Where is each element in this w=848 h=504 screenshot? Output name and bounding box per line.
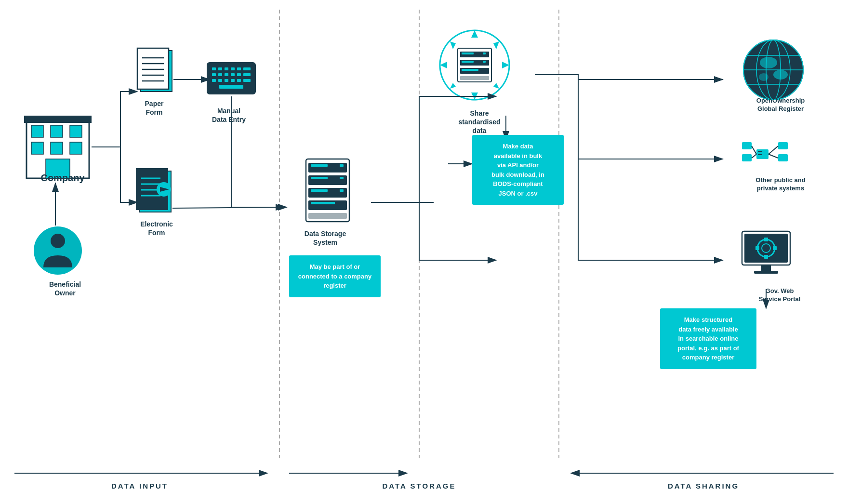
- beneficial-owner-node: BeneficialOwner: [26, 277, 104, 297]
- manual-data-entry-node: ManualData Entry: [200, 104, 258, 124]
- svg-marker-72: [450, 83, 456, 89]
- svg-rect-26: [212, 67, 216, 70]
- svg-point-17: [51, 234, 65, 248]
- svg-line-102: [752, 146, 756, 154]
- beneficial-owner-icon: [34, 226, 82, 275]
- openownership-icon: [743, 40, 803, 100]
- svg-rect-40: [225, 79, 228, 82]
- server-icon: [306, 159, 349, 222]
- svg-rect-29: [231, 67, 235, 70]
- svg-rect-19: [137, 48, 169, 89]
- svg-rect-110: [764, 238, 768, 241]
- electronic-form-icon: [136, 169, 171, 212]
- svg-rect-41: [231, 79, 235, 82]
- svg-line-103: [752, 154, 756, 158]
- svg-rect-84: [460, 76, 489, 80]
- svg-rect-64: [311, 202, 335, 204]
- svg-rect-62: [340, 189, 344, 192]
- svg-rect-43: [243, 79, 251, 82]
- svg-rect-58: [311, 177, 328, 179]
- svg-rect-55: [311, 164, 328, 167]
- svg-point-94: [759, 73, 768, 81]
- paper-form-node: PaperForm: [130, 96, 178, 117]
- svg-rect-101: [778, 154, 788, 161]
- svg-rect-81: [483, 61, 486, 63]
- svg-line-118: [172, 207, 284, 208]
- svg-rect-113: [773, 246, 777, 250]
- svg-rect-28: [225, 67, 228, 70]
- openownership-node: OpenOwnershipGlobal Register: [742, 94, 819, 113]
- svg-rect-31: [243, 67, 251, 70]
- other-systems-icon: [742, 142, 788, 161]
- data-input-label: DATA INPUT: [0, 482, 279, 491]
- svg-line-104: [768, 146, 778, 154]
- svg-rect-9: [51, 125, 63, 137]
- svg-marker-70: [493, 83, 499, 89]
- svg-rect-114: [761, 265, 771, 271]
- gov-portal-node: Gov. WebService Portal: [741, 284, 818, 304]
- electronic-form-node: ElectronicForm: [128, 217, 186, 237]
- svg-rect-30: [237, 67, 241, 70]
- svg-rect-25: [207, 63, 255, 94]
- svg-rect-15: [24, 116, 92, 123]
- keyboard-icon: [207, 63, 255, 94]
- svg-rect-112: [755, 246, 759, 250]
- svg-point-93: [773, 70, 788, 80]
- svg-rect-100: [778, 142, 788, 149]
- svg-rect-13: [70, 142, 82, 154]
- data-sharing-label: DATA SHARING: [559, 482, 848, 491]
- svg-marker-68: [493, 41, 499, 49]
- paper-form-icon: [137, 48, 172, 92]
- diagram-container: Company BeneficialOwner PaperForm Manual…: [0, 0, 848, 504]
- company-register-box: May be part of or connected to a company…: [289, 255, 381, 297]
- data-storage-label: DATA STORAGE: [279, 482, 559, 491]
- svg-marker-74: [450, 41, 456, 49]
- svg-rect-38: [212, 79, 216, 82]
- svg-rect-59: [340, 177, 344, 179]
- svg-line-105: [768, 154, 778, 158]
- other-systems-node: Other public andprivate systems: [742, 173, 819, 193]
- svg-rect-8: [31, 125, 43, 137]
- svg-rect-61: [311, 189, 328, 192]
- svg-rect-12: [51, 142, 63, 154]
- svg-rect-44: [219, 85, 243, 89]
- company-node: Company: [24, 169, 101, 184]
- svg-rect-111: [764, 255, 768, 259]
- svg-rect-56: [340, 164, 344, 167]
- gov-portal-icon: [742, 231, 790, 274]
- svg-rect-37: [243, 73, 251, 76]
- diagram-svg: [0, 0, 848, 504]
- svg-rect-33: [218, 73, 222, 76]
- svg-rect-99: [742, 154, 752, 161]
- svg-rect-36: [237, 73, 241, 76]
- svg-rect-34: [225, 73, 228, 76]
- svg-marker-67: [471, 30, 478, 38]
- svg-point-92: [760, 57, 777, 68]
- svg-rect-97: [758, 154, 762, 155]
- svg-rect-11: [31, 142, 43, 154]
- svg-rect-83: [462, 69, 478, 71]
- svg-rect-78: [483, 53, 486, 54]
- svg-rect-115: [754, 271, 778, 274]
- svg-marker-73: [440, 62, 447, 68]
- svg-rect-96: [758, 151, 762, 152]
- svg-rect-32: [212, 73, 216, 76]
- data-storage-node: Data StorageSystem: [294, 226, 357, 247]
- svg-rect-10: [70, 125, 82, 137]
- svg-rect-65: [308, 213, 347, 219]
- svg-rect-80: [462, 61, 474, 63]
- svg-rect-39: [218, 79, 222, 82]
- svg-rect-35: [231, 73, 235, 76]
- svg-marker-69: [502, 62, 509, 68]
- searchable-portal-box: Make structureddata freely availablein s…: [660, 308, 756, 369]
- svg-rect-42: [237, 79, 241, 82]
- share-data-node: Sharestandardiseddata: [443, 106, 516, 135]
- share-data-icon: [440, 30, 509, 100]
- bulk-data-box: Make dataavailable in bulkvia API and/or…: [472, 135, 564, 205]
- svg-rect-27: [218, 67, 222, 70]
- svg-rect-98: [742, 142, 752, 149]
- svg-rect-77: [462, 53, 474, 54]
